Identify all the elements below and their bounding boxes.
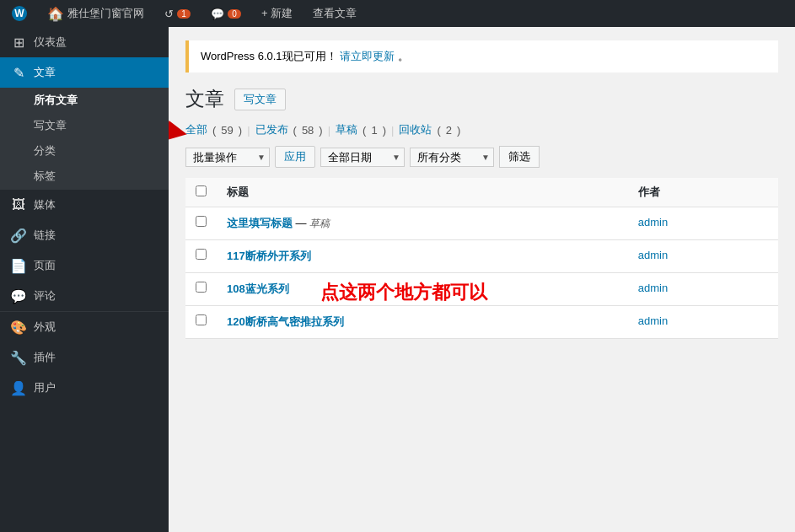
- wp-logo-icon: W: [12, 6, 27, 21]
- write-post-button[interactable]: 写文章: [234, 89, 286, 110]
- post-author-link[interactable]: admin: [638, 216, 668, 228]
- comment-badge: 0: [228, 9, 241, 19]
- sidebar-section-media: 🖼 媒体: [0, 189, 169, 220]
- date-select[interactable]: 全部日期: [320, 148, 405, 167]
- submenu-categories[interactable]: 分类: [0, 138, 169, 164]
- content-area: WordPress 6.0.1现已可用！ 请立即更新 。 文章 写文章 全部 (…: [169, 27, 795, 532]
- sidebar-item-media[interactable]: 🖼 媒体: [0, 190, 169, 220]
- table-row: 120断桥高气密推拉系列admin: [185, 306, 778, 339]
- row-checkbox[interactable]: [196, 282, 207, 293]
- sidebar: ⊞ 仪表盘 ✎ 文章 所有文章 写文章 分类 标签 🖼 媒体: [0, 27, 169, 532]
- post-author-link[interactable]: admin: [638, 249, 668, 261]
- new-label: + 新建: [261, 6, 293, 21]
- admin-bar: W 🏠 雅仕堡门窗官网 ↺ 1 💬 0 + 新建 查看文章: [0, 0, 795, 27]
- media-icon: 🖼: [10, 196, 27, 213]
- bulk-select-wrapper: 批量操作 移至回收站 ▼: [185, 148, 270, 167]
- appearance-icon: 🎨: [10, 319, 27, 336]
- post-title-link[interactable]: 117断桥外开系列: [227, 250, 311, 262]
- sidebar-item-links[interactable]: 🔗 链接: [0, 220, 169, 250]
- row-checkbox[interactable]: [196, 249, 207, 260]
- submenu-write[interactable]: 写文章: [0, 113, 169, 138]
- filter-all[interactable]: 全部: [185, 122, 207, 137]
- row-checkbox[interactable]: [196, 314, 207, 325]
- site-name-item[interactable]: 🏠 雅仕堡门窗官网: [42, 0, 149, 27]
- filter-draft-count: 1: [371, 124, 377, 137]
- sidebar-item-dashboard[interactable]: ⊞ 仪表盘: [0, 27, 169, 57]
- posts-list: 这里填写标题 — 草稿admin117断桥外开系列admin108蓝光系列adm…: [185, 207, 778, 339]
- home-icon: 🏠: [47, 6, 64, 22]
- filter-bar: 全部 ( 59 ) | 已发布 ( 58 ) | 草稿 ( 1 ) |: [185, 122, 778, 137]
- sidebar-item-plugins[interactable]: 🔧 插件: [0, 342, 169, 373]
- page-title: 文章: [185, 86, 224, 112]
- post-author-cell: admin: [628, 306, 778, 339]
- sidebar-item-users[interactable]: 👤 用户: [0, 373, 169, 403]
- table-row: 108蓝光系列admin: [185, 273, 778, 306]
- post-author-cell: admin: [628, 240, 778, 273]
- plugins-icon: 🔧: [10, 349, 27, 366]
- post-title-cell: 120断桥高气密推拉系列: [217, 306, 628, 339]
- filter-button[interactable]: 筛选: [499, 146, 540, 168]
- filter-published[interactable]: 已发布: [255, 122, 288, 137]
- update-badge: 1: [177, 9, 191, 19]
- update-notice: WordPress 6.0.1现已可用！ 请立即更新 。: [185, 40, 778, 73]
- post-author-cell: admin: [628, 207, 778, 240]
- filter-all-count: 59: [221, 124, 233, 137]
- filter-draft[interactable]: 草稿: [336, 122, 357, 137]
- new-content-item[interactable]: + 新建: [256, 0, 298, 27]
- post-title-link[interactable]: 120断桥高气密推拉系列: [227, 315, 344, 328]
- sidebar-item-dashboard-label: 仪表盘: [34, 35, 67, 50]
- submenu-tags[interactable]: 标签: [0, 164, 169, 189]
- select-all-checkbox[interactable]: [196, 185, 207, 196]
- row-checkbox[interactable]: [196, 216, 207, 227]
- post-title-cell: 108蓝光系列: [217, 273, 628, 306]
- sidebar-item-media-label: 媒体: [34, 197, 56, 212]
- main-layout: ⊞ 仪表盘 ✎ 文章 所有文章 写文章 分类 标签 🖼 媒体: [0, 27, 795, 532]
- cat-select-wrapper: 所有分类 ▼: [410, 148, 494, 167]
- action-bar: 批量操作 移至回收站 ▼ 应用 全部日期 ▼ 所有分类 ▼: [185, 146, 778, 168]
- page-title-row: 文章 写文章: [185, 86, 778, 112]
- sidebar-item-appearance-label: 外观: [34, 320, 56, 335]
- sidebar-item-posts[interactable]: ✎ 文章: [0, 57, 169, 88]
- update-item[interactable]: ↺ 1: [159, 0, 196, 27]
- sidebar-item-posts-label: 文章: [34, 65, 56, 80]
- submenu-all-posts[interactable]: 所有文章: [0, 88, 169, 113]
- content-wrapper: 文章 写文章 全部 ( 59 ) | 已发布 ( 58 ) |: [185, 86, 778, 339]
- comment-icon: 💬: [211, 8, 224, 20]
- post-author-cell: admin: [628, 273, 778, 306]
- sidebar-item-links-label: 链接: [34, 228, 56, 243]
- category-select[interactable]: 所有分类: [410, 148, 494, 167]
- sidebar-item-pages[interactable]: 📄 页面: [0, 250, 169, 281]
- col-title-header: 标题: [217, 178, 628, 207]
- comments-icon: 💬: [10, 287, 27, 304]
- filter-trash[interactable]: 回收站: [399, 122, 432, 137]
- notice-suffix: 。: [398, 50, 409, 62]
- col-author-header: 作者: [628, 178, 778, 207]
- post-title-cell: 这里填写标题 — 草稿: [217, 207, 628, 240]
- sidebar-section-appearance: 🎨 外观: [0, 311, 169, 342]
- sidebar-item-comments-label: 评论: [34, 288, 56, 304]
- apply-button[interactable]: 应用: [275, 146, 315, 168]
- notice-text: WordPress 6.0.1现已可用！: [201, 50, 337, 62]
- post-author-link[interactable]: admin: [638, 282, 668, 294]
- sidebar-item-appearance[interactable]: 🎨 外观: [0, 312, 169, 342]
- post-title-cell: 117断桥外开系列: [217, 240, 628, 273]
- filter-published-count: 58: [302, 124, 314, 137]
- pages-icon: 📄: [10, 257, 27, 274]
- post-title-link[interactable]: 108蓝光系列: [227, 282, 289, 295]
- table-row: 117断桥外开系列admin: [185, 240, 778, 273]
- sidebar-item-pages-label: 页面: [34, 258, 56, 273]
- wp-logo-item[interactable]: W: [7, 0, 32, 27]
- view-post-item[interactable]: 查看文章: [308, 0, 362, 27]
- sidebar-item-plugins-label: 插件: [34, 350, 56, 365]
- post-author-link[interactable]: admin: [638, 314, 668, 327]
- date-select-wrapper: 全部日期 ▼: [320, 148, 405, 167]
- update-icon: ↺: [164, 8, 174, 20]
- comment-item[interactable]: 💬 0: [206, 0, 246, 27]
- bulk-select[interactable]: 批量操作 移至回收站: [185, 148, 270, 167]
- site-name: 雅仕堡门窗官网: [67, 6, 144, 21]
- posts-submenu: 所有文章 写文章 分类 标签: [0, 88, 169, 189]
- notice-link[interactable]: 请立即更新: [340, 50, 398, 62]
- links-icon: 🔗: [10, 227, 27, 244]
- post-title-link[interactable]: 这里填写标题: [227, 217, 293, 229]
- sidebar-item-comments[interactable]: 💬 评论: [0, 281, 169, 311]
